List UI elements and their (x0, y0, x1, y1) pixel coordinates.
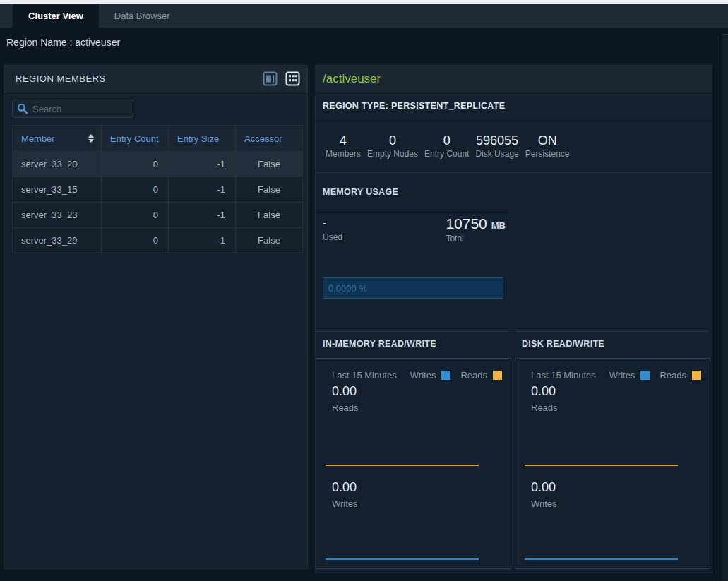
table-row[interactable]: server_33_20 0 -1 False (13, 152, 303, 177)
legend-writes-label: Writes (410, 370, 436, 381)
memory-total-value: 10750 (446, 215, 487, 232)
stat-value: 4 (326, 133, 361, 148)
in-memory-readwrite-section: IN-MEMORY READ/WRITE Last 15 Minutes Wri… (316, 331, 511, 569)
stat-label: Persistence (525, 149, 570, 159)
cell-entry-size: -1 (169, 152, 236, 177)
reads-value: 0.00 (531, 384, 556, 399)
writes-value: 0.00 (332, 480, 357, 495)
region-name-heading: Region Name : activeuser (6, 37, 120, 48)
detail-view-icon[interactable] (263, 71, 278, 86)
search-row (4, 92, 307, 118)
pulse-app: Cluster View Data Browser Region Name : … (0, 0, 728, 581)
disk-readwrite-title: DISK READ/WRITE (522, 339, 710, 349)
region-detail-panel: /activeuser REGION TYPE: PERSISTENT_REPL… (315, 65, 712, 573)
cell-member: server_33_15 (13, 177, 102, 203)
region-members-title: REGION MEMBERS (16, 73, 106, 84)
reads-value: 0.00 (332, 384, 357, 399)
cell-accessor: False (236, 203, 303, 228)
table-row[interactable]: server_33_15 0 -1 False (13, 177, 303, 203)
reads-sparkline (525, 465, 678, 466)
stat-label: Members (326, 149, 361, 159)
reads-legend-swatch-icon (493, 371, 502, 380)
region-members-panel: REGION MEMBERS (4, 65, 308, 569)
writes-value: 0.00 (531, 480, 556, 495)
memory-usage-values: - Used 10750MB Total (323, 215, 506, 244)
main-tabbar: Cluster View Data Browser (0, 4, 728, 28)
stat-value: ON (525, 133, 570, 148)
cell-accessor: False (236, 228, 303, 253)
stat-label: Empty Nodes (367, 149, 418, 159)
members-table: Member Entry Count Entry Size Accessor s… (12, 125, 303, 253)
writes-sparkline (525, 558, 678, 560)
tab-cluster-view[interactable]: Cluster View (13, 4, 99, 28)
column-header-member-label: Member (21, 133, 55, 144)
stat-label: Entry Count (424, 149, 469, 159)
cell-entry-size: -1 (169, 203, 236, 228)
column-header-entry-size: Entry Size (169, 126, 236, 152)
region-members-header: REGION MEMBERS (4, 66, 307, 92)
region-title: /activeuser (323, 72, 381, 86)
stat-disk-usage: 596055 Disk Usage (475, 133, 518, 159)
search-input[interactable] (32, 104, 129, 114)
search-box[interactable] (12, 100, 133, 118)
cell-accessor: False (236, 152, 303, 177)
legend-reads-label: Reads (460, 370, 487, 381)
region-type-row: REGION TYPE: PERSISTENT_REPLICATE (316, 92, 712, 119)
tab-data-browser[interactable]: Data Browser (99, 4, 186, 28)
stat-value: 596055 (475, 133, 518, 148)
legend-writes-label: Writes (609, 370, 635, 381)
memory-used-value: - (323, 215, 342, 231)
disk-readwrite-section: DISK READ/WRITE Last 15 Minutes Writes R… (515, 331, 710, 569)
sort-icon[interactable] (88, 134, 94, 143)
search-icon (17, 103, 28, 114)
stat-value: 0 (367, 133, 418, 148)
cell-member: server_33_20 (13, 152, 102, 177)
cutoff-panel-edge (722, 34, 728, 581)
cell-entry-size: -1 (169, 228, 236, 253)
cell-entry-count: 0 (102, 203, 169, 228)
writes-label: Writes (531, 498, 557, 509)
writes-sparkline (326, 558, 479, 560)
section-divider (316, 331, 508, 332)
cell-member: server_33_29 (13, 228, 102, 253)
memory-total-unit: MB (491, 220, 506, 231)
stat-label: Disk Usage (475, 149, 518, 159)
reads-label: Reads (531, 402, 558, 413)
memory-usage-percent-bar: 0.0000 % (323, 277, 503, 299)
stat-value: 0 (424, 133, 469, 148)
cell-entry-count: 0 (102, 228, 169, 253)
memory-usage-percent: 0.0000 % (328, 283, 367, 294)
cell-entry-count: 0 (102, 152, 169, 177)
cell-entry-count: 0 (102, 177, 169, 203)
chart-legend: Last 15 Minutes Writes Reads (332, 370, 502, 381)
in-memory-readwrite-chart: Last 15 Minutes Writes Reads 0.00 Reads … (316, 358, 511, 569)
region-detail-header: /activeuser (316, 66, 712, 92)
memory-used: - Used (323, 215, 342, 244)
writes-label: Writes (332, 498, 358, 509)
memory-usage-divider (316, 210, 508, 210)
disk-readwrite-chart: Last 15 Minutes Writes Reads 0.00 Reads … (515, 358, 710, 569)
in-memory-readwrite-title: IN-MEMORY READ/WRITE (323, 339, 511, 349)
grid-view-icon[interactable] (285, 71, 300, 86)
members-table-header-row: Member Entry Count Entry Size Accessor (13, 126, 303, 152)
table-row[interactable]: server_33_23 0 -1 False (13, 203, 303, 228)
column-header-member[interactable]: Member (13, 126, 102, 152)
legend-time-window: Last 15 Minutes (531, 370, 596, 381)
chart-legend: Last 15 Minutes Writes Reads (531, 370, 701, 381)
legend-time-window: Last 15 Minutes (332, 370, 397, 381)
legend-reads-label: Reads (660, 370, 686, 381)
reads-label: Reads (332, 402, 359, 413)
reads-legend-swatch-icon (692, 371, 701, 380)
region-stats-row: 4 Members 0 Empty Nodes 0 Entry Count 59… (316, 119, 712, 173)
memory-usage-section: MEMORY USAGE - Used 10750MB Total 0.0000… (316, 173, 511, 325)
reads-sparkline (326, 465, 479, 466)
memory-total-label: Total (446, 234, 506, 244)
stat-persistence: ON Persistence (525, 133, 570, 159)
column-header-accessor: Accessor (236, 126, 303, 152)
memory-total: 10750MB Total (446, 215, 506, 244)
cell-accessor: False (236, 177, 303, 203)
table-row[interactable]: server_33_29 0 -1 False (13, 228, 303, 253)
section-divider (515, 331, 708, 332)
stat-empty-nodes: 0 Empty Nodes (367, 133, 418, 159)
memory-usage-title: MEMORY USAGE (323, 187, 398, 197)
